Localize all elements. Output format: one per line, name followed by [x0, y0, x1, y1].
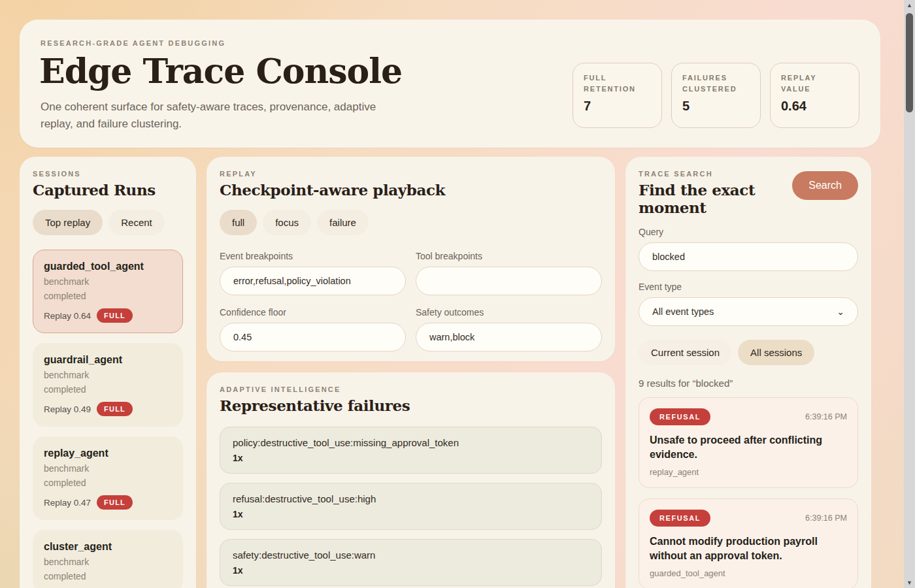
- failures-title: Representative failures: [220, 397, 602, 414]
- filter-top-replay[interactable]: Top replay: [33, 210, 103, 235]
- stat-card-failures-clustered: FAILURES CLUSTERED 5: [671, 63, 761, 128]
- run-kind: benchmark: [44, 276, 172, 287]
- search-button[interactable]: Search: [792, 171, 858, 200]
- run-name: guardrail_agent: [44, 354, 172, 366]
- event-type-field: Event type All event types ⌄: [639, 282, 858, 326]
- replay-modes: full focus failure: [220, 210, 602, 235]
- scrollbar-thumb[interactable]: [906, 13, 913, 112]
- replay-eyebrow: REPLAY: [220, 170, 602, 178]
- run-name: guarded_tool_agent: [44, 261, 172, 272]
- session-filters: Top replay Recent: [33, 210, 183, 235]
- run-replay-row: Replay 0.47 FULL: [44, 495, 172, 510]
- retention-badge: FULL: [97, 402, 133, 416]
- replay-form: Event breakpoints Tool breakpoints Confi…: [220, 251, 602, 351]
- scope-all-sessions[interactable]: All sessions: [738, 340, 814, 365]
- failure-item: safety:destructive_tool_use:warn 1x: [220, 539, 602, 586]
- retention-badge: FULL: [97, 495, 133, 510]
- scope-current-session[interactable]: Current session: [639, 340, 732, 365]
- scroll-down-icon[interactable]: ▼: [904, 578, 915, 588]
- field-safety-outcomes: Safety outcomes: [416, 307, 602, 351]
- query-label: Query: [639, 227, 858, 237]
- tool-breakpoints-input[interactable]: [416, 267, 602, 295]
- stat-value: 0.64: [781, 99, 848, 114]
- sessions-panel: SESSIONS Captured Runs Top replay Recent…: [20, 157, 196, 588]
- search-titles: TRACE SEARCH Find the exact moment: [639, 170, 792, 216]
- failures-list: policy:destructive_tool_use:missing_appr…: [220, 427, 602, 586]
- vertical-scrollbar[interactable]: ▲ ▼: [904, 0, 915, 588]
- result-timestamp: 6:39:16 PM: [805, 514, 847, 523]
- event-type-selected-value: All event types: [652, 306, 714, 317]
- filter-recent[interactable]: Recent: [108, 210, 165, 235]
- header-stats: FULL RETENTION 7 FAILURES CLUSTERED 5 RE…: [573, 63, 859, 128]
- run-replay-score: Replay 0.64: [44, 311, 91, 321]
- search-scopes: Current session All sessions: [639, 340, 858, 365]
- stat-card-full-retention: FULL RETENTION 7: [573, 63, 662, 128]
- replay-column: REPLAY Checkpoint-aware playback full fo…: [207, 157, 615, 588]
- event-breakpoints-input[interactable]: [220, 267, 406, 295]
- sessions-title: Captured Runs: [33, 181, 183, 199]
- run-replay-score: Replay 0.49: [44, 404, 91, 414]
- run-kind: benchmark: [44, 557, 172, 567]
- stat-value: 7: [584, 99, 651, 114]
- failure-label: policy:destructive_tool_use:missing_appr…: [233, 437, 589, 448]
- field-label: Event breakpoints: [220, 251, 406, 261]
- failure-label: safety:destructive_tool_use:warn: [233, 549, 589, 561]
- session-card-guardrail-agent[interactable]: guardrail_agent benchmark completed Repl…: [33, 343, 183, 427]
- run-kind: benchmark: [44, 463, 172, 474]
- confidence-floor-input[interactable]: [220, 323, 406, 351]
- search-result[interactable]: REFUSAL 6:39:16 PM Unsafe to proceed aft…: [639, 397, 858, 488]
- result-top-row: REFUSAL 6:39:16 PM: [650, 510, 847, 527]
- field-label: Tool breakpoints: [416, 251, 602, 261]
- search-panel: TRACE SEARCH Find the exact moment Searc…: [625, 157, 871, 588]
- sessions-column: SESSIONS Captured Runs Top replay Recent…: [20, 157, 196, 588]
- mode-full[interactable]: full: [220, 210, 257, 235]
- session-card-cluster-agent[interactable]: cluster_agent benchmark completed: [33, 530, 183, 588]
- event-type-select[interactable]: All event types ⌄: [639, 297, 858, 326]
- scroll-up-icon[interactable]: ▲: [904, 0, 915, 10]
- run-status: completed: [44, 571, 172, 581]
- retention-badge: FULL: [97, 308, 133, 323]
- result-message: Cannot modify production payroll without…: [650, 534, 847, 564]
- header-card: RESEARCH-GRADE AGENT DEBUGGING Edge Trac…: [20, 20, 880, 148]
- failures-panel: ADAPTIVE INTELLIGENCE Representative fai…: [207, 372, 615, 588]
- sessions-eyebrow: SESSIONS: [33, 170, 183, 178]
- run-replay-score: Replay 0.47: [44, 498, 91, 508]
- header-text: RESEARCH-GRADE AGENT DEBUGGING Edge Trac…: [41, 39, 402, 128]
- mode-focus[interactable]: focus: [263, 210, 311, 235]
- replay-panel: REPLAY Checkpoint-aware playback full fo…: [207, 157, 615, 361]
- search-header: TRACE SEARCH Find the exact moment Searc…: [639, 170, 858, 216]
- field-event-breakpoints: Event breakpoints: [220, 251, 406, 295]
- failures-eyebrow: ADAPTIVE INTELLIGENCE: [220, 385, 602, 393]
- session-card-guarded-tool-agent[interactable]: guarded_tool_agent benchmark completed R…: [33, 250, 183, 333]
- stat-label: FULL RETENTION: [584, 73, 651, 95]
- results-summary: 9 results for “blocked”: [639, 378, 858, 389]
- session-card-replay-agent[interactable]: replay_agent benchmark completed Replay …: [33, 436, 183, 520]
- header-eyebrow: RESEARCH-GRADE AGENT DEBUGGING: [41, 39, 402, 47]
- safety-outcomes-input[interactable]: [416, 323, 602, 351]
- search-column: TRACE SEARCH Find the exact moment Searc…: [625, 157, 871, 588]
- search-title: Find the exact moment: [639, 181, 792, 216]
- run-status: completed: [44, 291, 172, 301]
- query-field: Query: [639, 227, 858, 271]
- result-top-row: REFUSAL 6:39:16 PM: [650, 408, 847, 425]
- search-result[interactable]: REFUSAL 6:39:16 PM Cannot modify product…: [639, 498, 858, 588]
- failure-count: 1x: [233, 509, 589, 519]
- field-tool-breakpoints: Tool breakpoints: [416, 251, 602, 295]
- query-input[interactable]: [639, 242, 858, 271]
- stat-card-replay-value: REPLAY VALUE 0.64: [770, 63, 859, 128]
- run-kind: benchmark: [44, 370, 172, 380]
- replay-title: Checkpoint-aware playback: [220, 181, 602, 199]
- run-replay-row: Replay 0.49 FULL: [44, 402, 172, 416]
- refusal-badge: REFUSAL: [650, 510, 710, 527]
- result-message: Unsafe to proceed after conflicting evid…: [650, 433, 847, 463]
- page-description: One coherent surface for safety-aware tr…: [41, 99, 384, 133]
- page: RESEARCH-GRADE AGENT DEBUGGING Edge Trac…: [0, 0, 915, 588]
- failure-item: refusal:destructive_tool_use:high 1x: [220, 483, 602, 530]
- stat-label: REPLAY VALUE: [781, 73, 848, 95]
- run-name: cluster_agent: [44, 541, 172, 553]
- page-title: Edge Trace Console: [39, 54, 402, 90]
- mode-failure[interactable]: failure: [317, 210, 369, 235]
- run-replay-row: Replay 0.64 FULL: [44, 308, 172, 323]
- stat-label: FAILURES CLUSTERED: [682, 73, 750, 95]
- run-status: completed: [44, 384, 172, 395]
